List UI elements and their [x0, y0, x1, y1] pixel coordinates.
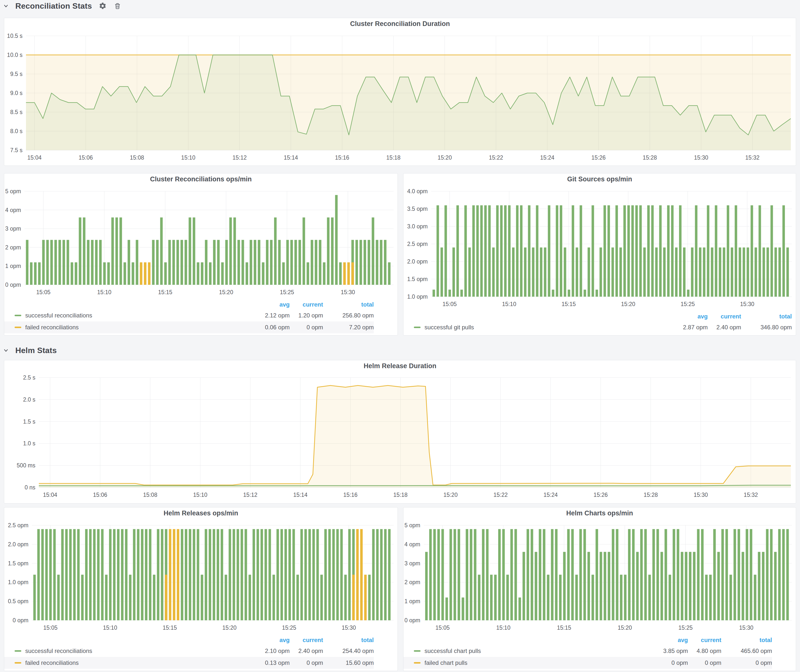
dashboard: Reconciliation Stats Cluster Reconciliat… — [0, 0, 800, 672]
legend-stat-avg: 2.12 opm — [248, 312, 290, 319]
legend-row: successful git pulls2.87 opm2.40 opm346.… — [403, 322, 792, 333]
section-reconciliation-stats: Reconciliation Stats — [3, 0, 122, 12]
svg-text:15:18: 15:18 — [386, 154, 401, 161]
legend-series-label[interactable]: failed chart pulls — [424, 659, 646, 666]
panel-cluster-reconciliation-duration: Cluster Reconciliation Duration 7.5 s8.0… — [4, 18, 796, 166]
svg-text:8.5 s: 8.5 s — [10, 109, 22, 115]
panel-title[interactable]: Git Sources ops/min — [403, 173, 796, 185]
helm-releases-opm-chart[interactable]: 0 opm0.5 opm1.0 opm1.5 opm2.0 opm2.5 opm… — [4, 519, 398, 634]
legend: avgcurrenttotalsuccessful reconciliation… — [4, 300, 398, 333]
chevron-down-icon[interactable] — [3, 347, 9, 353]
legend-stat-total: 0 opm — [722, 659, 772, 666]
legend-series-label[interactable]: successful chart pulls — [424, 648, 646, 654]
svg-text:3.0 opm: 3.0 opm — [407, 223, 428, 230]
legend-series-label[interactable]: failed reconciliations — [25, 659, 248, 666]
trash-icon[interactable] — [113, 2, 122, 10]
legend-header-total[interactable]: total — [323, 301, 374, 308]
legend-row: failed reconciliations0.06 opm0 opm7.20 … — [4, 322, 374, 333]
legend-header-current[interactable]: current — [708, 313, 741, 320]
legend-header-total[interactable]: total — [741, 313, 792, 320]
svg-text:2.0 opm: 2.0 opm — [407, 258, 428, 265]
svg-text:1.5 s: 1.5 s — [23, 418, 35, 425]
chevron-down-icon[interactable] — [3, 3, 9, 9]
svg-text:1.5 opm: 1.5 opm — [8, 560, 29, 566]
legend-stat-current: 1.20 opm — [290, 312, 323, 319]
legend-header-avg[interactable]: avg — [248, 301, 290, 308]
legend-stat-current: 2.40 opm — [708, 324, 741, 331]
legend-header-avg[interactable]: avg — [646, 637, 688, 643]
svg-text:15:20: 15:20 — [219, 289, 233, 295]
svg-text:15:10: 15:10 — [103, 624, 117, 631]
legend-stat-total: 15.60 opm — [323, 659, 374, 666]
cluster-reconciliations-opm-chart[interactable]: 0 opm1 opm2 opm3 opm4 opm5 opm15:0515:10… — [4, 185, 398, 298]
legend-stat-avg: 0.06 opm — [248, 324, 290, 331]
legend-series-label[interactable]: successful reconciliations — [25, 648, 248, 654]
svg-text:1.0 opm: 1.0 opm — [8, 579, 29, 586]
svg-text:15:24: 15:24 — [544, 492, 558, 498]
svg-text:15:25: 15:25 — [280, 289, 294, 295]
svg-text:15:26: 15:26 — [594, 492, 608, 498]
svg-text:15:12: 15:12 — [232, 154, 247, 161]
panel-helm-release-duration: Helm Release Duration 0 ns500 ms1.0 s1.5… — [4, 360, 796, 504]
svg-text:0.5 opm: 0.5 opm — [8, 598, 29, 605]
svg-text:3.5 opm: 3.5 opm — [407, 206, 428, 212]
legend-row: failed chart pulls0 opm0 opm0 opm — [403, 657, 772, 669]
svg-text:4 opm: 4 opm — [405, 541, 420, 547]
legend: avgcurrenttotalsuccessful reconciliation… — [4, 635, 398, 669]
legend-stat-current: 0 opm — [290, 659, 323, 666]
git-sources-opm-chart[interactable]: 1.0 opm1.5 opm2.0 opm2.5 opm3.0 opm3.5 o… — [403, 185, 796, 310]
legend-header-total[interactable]: total — [722, 637, 772, 643]
legend-stat-total: 254.40 opm — [323, 648, 374, 654]
legend-row: successful reconciliations2.10 opm2.40 o… — [4, 645, 374, 657]
svg-text:15:10: 15:10 — [193, 492, 208, 498]
legend-series-label[interactable]: successful git pulls — [424, 324, 666, 331]
legend-series-label[interactable]: failed reconciliations — [25, 324, 248, 331]
legend-header-avg[interactable]: avg — [666, 313, 708, 320]
svg-text:15:08: 15:08 — [130, 154, 144, 161]
svg-text:15:15: 15:15 — [158, 289, 173, 295]
helm-charts-opm-chart[interactable]: 0 opm1 opm2 opm3 opm4 opm5 opm15:0515:10… — [403, 519, 796, 634]
svg-text:2.0 s: 2.0 s — [23, 396, 35, 403]
panel-title[interactable]: Cluster Reconciliation Duration — [4, 18, 796, 29]
svg-text:15:25: 15:25 — [680, 301, 695, 307]
legend-stat-current: 0 opm — [688, 659, 722, 666]
svg-text:15:10: 15:10 — [502, 301, 516, 307]
legend-header-avg[interactable]: avg — [248, 637, 290, 643]
legend: avgcurrenttotalsuccessful chart pulls3.8… — [403, 635, 796, 669]
svg-text:15:20: 15:20 — [443, 492, 458, 498]
legend-header-current[interactable]: current — [290, 637, 323, 643]
svg-text:10.0 s: 10.0 s — [7, 52, 22, 58]
helm-release-duration-chart[interactable]: 0 ns500 ms1.0 s1.5 s2.0 s2.5 s15:0415:06… — [4, 372, 796, 502]
gear-icon[interactable] — [98, 2, 107, 10]
panel-title[interactable]: Helm Charts ops/min — [403, 507, 796, 519]
panel-title[interactable]: Helm Release Duration — [4, 360, 796, 372]
section-title[interactable]: Helm Stats — [15, 346, 57, 355]
section-title[interactable]: Reconciliation Stats — [15, 2, 92, 11]
legend-header-current[interactable]: current — [688, 637, 722, 643]
svg-text:15:05: 15:05 — [36, 289, 51, 295]
legend-stat-current: 2.40 opm — [290, 648, 323, 654]
series-color-marker — [414, 662, 421, 664]
svg-text:1.5 opm: 1.5 opm — [407, 276, 428, 282]
svg-text:15:30: 15:30 — [341, 289, 355, 295]
legend-header-total[interactable]: total — [323, 637, 374, 643]
series-color-marker — [14, 315, 21, 316]
svg-text:0 opm: 0 opm — [13, 617, 29, 624]
legend-series-label[interactable]: successful reconciliations — [25, 312, 248, 319]
svg-text:1 opm: 1 opm — [5, 263, 21, 269]
svg-text:15:06: 15:06 — [78, 154, 93, 161]
svg-text:15:15: 15:15 — [163, 624, 177, 631]
cluster-reconciliation-duration-chart[interactable]: 7.5 s8.0 s8.5 s9.0 s9.5 s10.0 s10.5 s15:… — [4, 29, 796, 165]
panel-title[interactable]: Helm Releases ops/min — [4, 507, 398, 519]
panel-cluster-reconciliations-opm: Cluster Reconciliations ops/min 0 opm1 o… — [4, 173, 398, 336]
legend-header-current[interactable]: current — [290, 301, 323, 308]
panel-title[interactable]: Cluster Reconciliations ops/min — [4, 173, 398, 185]
panel-helm-charts-opm: Helm Charts ops/min 0 opm1 opm2 opm3 opm… — [403, 507, 796, 671]
svg-text:15:15: 15:15 — [562, 301, 576, 307]
svg-text:15:30: 15:30 — [694, 492, 708, 498]
svg-text:1.0 s: 1.0 s — [23, 440, 35, 446]
svg-text:7.5 s: 7.5 s — [10, 147, 22, 154]
legend-stat-avg: 2.10 opm — [248, 648, 290, 654]
svg-text:15:14: 15:14 — [293, 492, 307, 498]
svg-text:15:10: 15:10 — [97, 289, 112, 295]
